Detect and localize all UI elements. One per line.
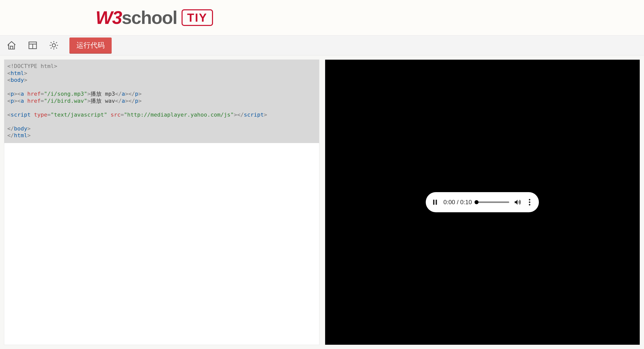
tiy-badge: TIY <box>182 9 213 26</box>
volume-icon[interactable] <box>514 198 521 206</box>
token: html <box>11 70 24 76</box>
token: > <box>24 70 27 76</box>
token: >< <box>14 98 21 104</box>
media-seek-slider[interactable] <box>477 201 509 203</box>
token: a <box>21 91 24 97</box>
media-player: 0:00 / 0:10 <box>426 192 539 212</box>
token: > <box>138 98 142 104</box>
token: body <box>11 77 24 83</box>
token: </ <box>115 91 122 97</box>
token: ></ <box>234 112 244 118</box>
token: > <box>27 125 30 132</box>
token: > <box>87 98 91 104</box>
token: p <box>11 91 14 97</box>
media-time-display: 0:00 / 0:10 <box>443 199 472 206</box>
token: < <box>7 112 11 118</box>
svg-point-3 <box>52 44 55 47</box>
media-more-icon[interactable] <box>526 198 533 206</box>
token: 播放 wav <box>91 98 115 104</box>
svg-rect-13 <box>436 200 437 205</box>
token: a <box>122 98 125 104</box>
token: < <box>7 91 11 97</box>
token: > <box>264 112 267 118</box>
token: "/i/bird.wav" <box>44 98 87 104</box>
token: <!DOCTYPE html> <box>7 63 57 69</box>
token: script <box>11 112 30 118</box>
token: src <box>107 112 120 118</box>
token: href <box>24 98 40 104</box>
workspace: <!DOCTYPE html> <html> <body> <p><a href… <box>0 55 644 349</box>
token: html <box>14 132 27 138</box>
token: < <box>7 70 11 76</box>
token: < <box>7 77 11 83</box>
pause-icon[interactable] <box>431 198 439 206</box>
code-editor-content[interactable]: <!DOCTYPE html> <html> <body> <p><a href… <box>4 60 319 143</box>
logo-text: W3school <box>96 7 177 28</box>
token: </ <box>7 132 14 138</box>
token: ></ <box>125 98 135 104</box>
token: p <box>11 98 14 104</box>
site-logo: W3school TIY <box>96 7 213 28</box>
code-editor-pane[interactable]: <!DOCTYPE html> <html> <body> <p><a href… <box>4 59 319 345</box>
theme-icon[interactable] <box>48 40 59 51</box>
home-icon[interactable] <box>6 40 17 51</box>
token: = <box>40 91 44 97</box>
app-root: W3school TIY 运行代码 <!DOCTYPE html> <html>… <box>0 0 644 349</box>
token: >< <box>14 91 21 97</box>
token: = <box>40 98 44 104</box>
token: > <box>87 91 91 97</box>
token: = <box>120 112 124 118</box>
svg-line-10 <box>51 48 52 49</box>
token: "http://mediaplayer.yahoo.com/js" <box>124 112 234 118</box>
token: "text/javascript" <box>51 112 107 118</box>
token: > <box>24 77 27 83</box>
token: </ <box>7 125 14 132</box>
media-seek-thumb[interactable] <box>475 200 479 204</box>
token: </ <box>115 98 122 104</box>
output-preview-pane: 0:00 / 0:10 <box>325 59 640 345</box>
site-header: W3school TIY <box>0 0 644 35</box>
token: a <box>122 91 125 97</box>
token: body <box>14 125 27 132</box>
token: < <box>7 98 11 104</box>
logo-w3: W3 <box>96 8 122 28</box>
svg-line-8 <box>51 42 52 43</box>
token: 播放 mp3 <box>91 91 115 97</box>
token: href <box>24 91 40 97</box>
token: p <box>135 91 138 97</box>
run-code-button[interactable]: 运行代码 <box>69 38 112 53</box>
token: ></ <box>125 91 135 97</box>
token: a <box>21 98 24 104</box>
svg-rect-12 <box>433 200 435 205</box>
svg-line-9 <box>56 48 57 49</box>
token: type <box>31 112 47 118</box>
layout-icon[interactable] <box>27 40 38 51</box>
token: > <box>138 91 142 97</box>
token: "/i/song.mp3" <box>44 91 87 97</box>
token: p <box>135 98 138 104</box>
editor-toolbar: 运行代码 <box>0 35 644 55</box>
svg-line-11 <box>56 42 57 43</box>
token: > <box>27 132 30 138</box>
logo-rest: school <box>122 8 177 28</box>
token: = <box>47 112 51 118</box>
token: script <box>244 112 264 118</box>
